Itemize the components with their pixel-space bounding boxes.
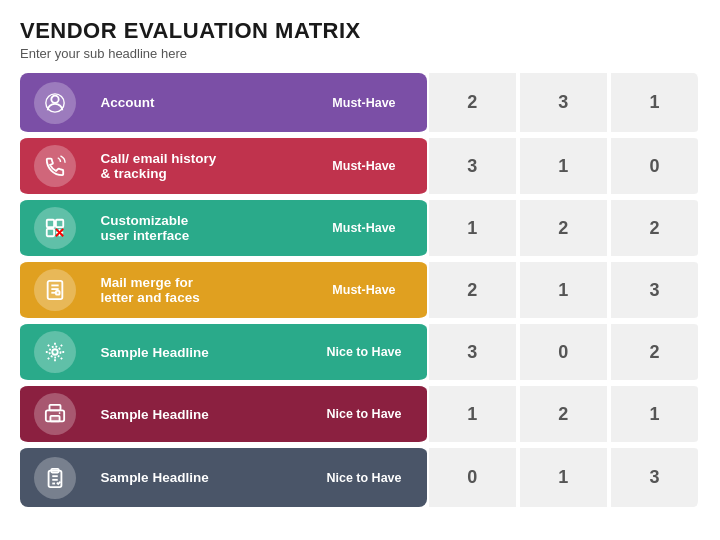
row-value-mail-merge-0: 2 <box>427 259 518 321</box>
row-type-customizable-ui: Must-Have <box>301 197 426 259</box>
row-label-sample2: Sample Headline <box>91 383 302 445</box>
gear-icon <box>34 331 76 373</box>
row-type-mail-merge: Must-Have <box>301 259 426 321</box>
table-row-sample3: Sample HeadlineNice to Have013 <box>20 445 700 507</box>
table-row-call-email: Call/ email history& trackingMust-Have31… <box>20 135 700 197</box>
row-type-call-email: Must-Have <box>301 135 426 197</box>
svg-rect-13 <box>56 291 60 295</box>
row-value-account-0: 2 <box>427 73 518 135</box>
row-value-call-email-1: 1 <box>518 135 609 197</box>
row-value-account-1: 3 <box>518 73 609 135</box>
svg-rect-3 <box>56 220 63 227</box>
svg-point-0 <box>52 95 59 102</box>
row-value-sample1-2: 2 <box>609 321 700 383</box>
row-value-sample1-0: 3 <box>427 321 518 383</box>
row-icon-sample2 <box>20 383 91 445</box>
row-value-call-email-2: 0 <box>609 135 700 197</box>
sub-headline: Enter your sub headline here <box>20 46 700 61</box>
row-label-account: Account <box>91 73 302 135</box>
svg-rect-17 <box>51 416 60 422</box>
row-value-customizable-ui-2: 2 <box>609 197 700 259</box>
svg-rect-4 <box>47 229 54 236</box>
row-label-sample1: Sample Headline <box>91 321 302 383</box>
row-icon-account <box>20 73 91 135</box>
page: VENDOR EVALUATION MATRIX Enter your sub … <box>0 0 720 540</box>
row-type-sample1: Nice to Have <box>301 321 426 383</box>
grid-icon <box>34 207 76 249</box>
table-row-sample2: Sample HeadlineNice to Have121 <box>20 383 700 445</box>
row-value-account-2: 1 <box>609 73 700 135</box>
row-icon-call-email <box>20 135 91 197</box>
main-title: VENDOR EVALUATION MATRIX <box>20 18 700 44</box>
row-value-sample3-2: 3 <box>609 445 700 507</box>
row-type-account: Must-Have <box>301 73 426 135</box>
row-icon-sample1 <box>20 321 91 383</box>
row-label-customizable-ui: Customizableuser interface <box>91 197 302 259</box>
svg-point-14 <box>53 349 59 355</box>
row-icon-mail-merge <box>20 259 91 321</box>
matrix-table: AccountMust-Have231 Call/ email history&… <box>20 73 700 507</box>
row-icon-sample3 <box>20 445 91 507</box>
person-icon <box>34 82 76 124</box>
row-label-mail-merge: Mail merge forletter and faces <box>91 259 302 321</box>
row-label-sample3: Sample Headline <box>91 445 302 507</box>
table-row-mail-merge: Mail merge forletter and facesMust-Have2… <box>20 259 700 321</box>
row-value-sample2-1: 2 <box>518 383 609 445</box>
row-value-mail-merge-1: 1 <box>518 259 609 321</box>
row-label-call-email: Call/ email history& tracking <box>91 135 302 197</box>
doc-icon <box>34 269 76 311</box>
phone-icon <box>34 145 76 187</box>
clipboard-icon <box>34 457 76 499</box>
table-row-sample1: Sample HeadlineNice to Have302 <box>20 321 700 383</box>
row-value-sample2-2: 1 <box>609 383 700 445</box>
svg-point-15 <box>50 347 61 358</box>
row-icon-customizable-ui <box>20 197 91 259</box>
printer-icon <box>34 393 76 435</box>
row-value-customizable-ui-0: 1 <box>427 197 518 259</box>
row-value-customizable-ui-1: 2 <box>518 197 609 259</box>
row-type-sample2: Nice to Have <box>301 383 426 445</box>
row-value-sample3-0: 0 <box>427 445 518 507</box>
row-type-sample3: Nice to Have <box>301 445 426 507</box>
row-value-mail-merge-2: 3 <box>609 259 700 321</box>
svg-point-18 <box>59 412 61 414</box>
row-value-sample2-0: 1 <box>427 383 518 445</box>
table-row-customizable-ui: Customizableuser interfaceMust-Have122 <box>20 197 700 259</box>
row-value-sample3-1: 1 <box>518 445 609 507</box>
svg-rect-2 <box>47 220 54 227</box>
row-value-call-email-0: 3 <box>427 135 518 197</box>
table-row-account: AccountMust-Have231 <box>20 73 700 135</box>
row-value-sample1-1: 0 <box>518 321 609 383</box>
